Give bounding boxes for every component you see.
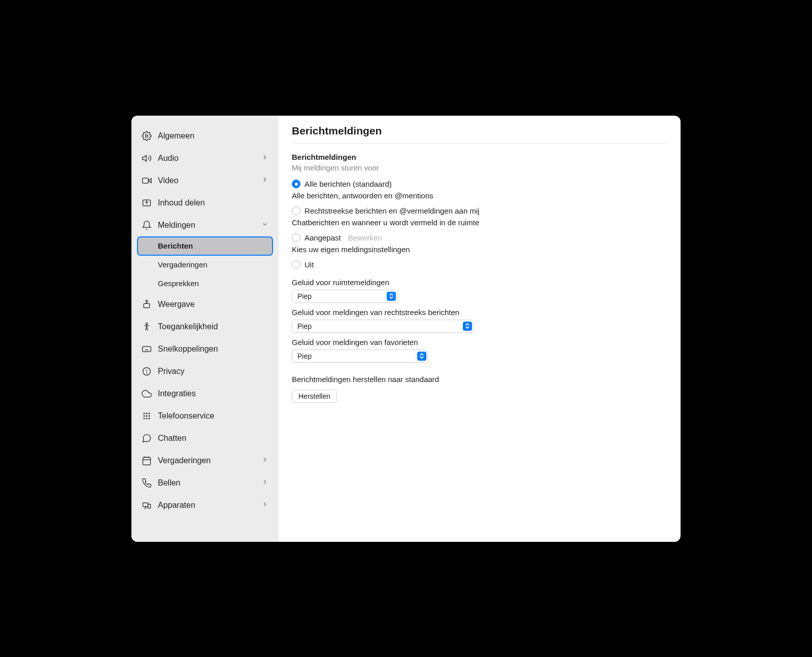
sidebar-item-label: Meldingen — [158, 221, 195, 230]
chevron-down-icon — [261, 221, 268, 230]
svg-rect-5 — [144, 303, 150, 307]
cloud-icon — [141, 388, 153, 400]
select-room-sound[interactable]: Piep — [292, 290, 397, 303]
sidebar-item-video[interactable]: Video — [138, 169, 273, 192]
svg-point-10 — [147, 372, 147, 373]
radio-option-all[interactable]: Alle berichten (standaard) — [292, 178, 667, 190]
sidebar-item-chat[interactable]: Chatten — [138, 427, 273, 449]
svg-marker-3 — [148, 178, 151, 182]
sidebar-item-share-content[interactable]: Inhoud delen — [138, 192, 273, 214]
select-value: Piep — [297, 322, 312, 330]
sidebar-item-label: Algemeen — [158, 131, 194, 141]
field-label: Geluid voor meldingen van favorieten — [292, 338, 667, 347]
sidebar-item-label: Privacy — [158, 367, 184, 376]
sidebar-subitem-label: Gesprekken — [158, 279, 199, 288]
svg-rect-25 — [148, 504, 151, 508]
sidebar-item-notifications[interactable]: Meldingen — [138, 214, 273, 236]
svg-point-11 — [144, 413, 145, 414]
sidebar-item-integrations[interactable]: Integraties — [138, 383, 273, 405]
reset-button[interactable]: Herstellen — [292, 390, 337, 403]
svg-point-16 — [149, 416, 150, 417]
sidebar-item-general[interactable]: Algemeen — [138, 125, 273, 147]
field-room-sound: Geluid voor ruimtemeldingen Piep — [292, 278, 667, 303]
svg-rect-20 — [143, 457, 151, 465]
chevron-right-icon — [261, 478, 268, 488]
chevron-right-icon — [261, 501, 268, 510]
calendar-icon — [141, 455, 153, 467]
sidebar-item-appearance[interactable]: Weergave — [138, 293, 273, 316]
svg-point-17 — [144, 418, 145, 419]
section-subheading: Mij meldingen sturen voor — [292, 163, 667, 172]
svg-point-7 — [146, 323, 147, 324]
edit-link[interactable]: Bewerken — [348, 233, 382, 242]
svg-rect-8 — [143, 347, 151, 352]
radio-option-direct[interactable]: Rechtstreekse berichten en @vermeldingen… — [292, 205, 667, 217]
radio-description: Chatberichten en wanneer u wordt vermeld… — [292, 218, 667, 227]
sidebar-subitem-label: Berichten — [158, 241, 193, 250]
section-heading: Berichtmeldingen — [292, 153, 667, 161]
select-stepper-icon — [463, 322, 472, 331]
sidebar: Algemeen Audio Video Inhoud delen Meldin… — [131, 116, 279, 542]
field-label: Geluid voor meldingen van rechtstreeks b… — [292, 308, 667, 317]
sidebar-item-devices[interactable]: Apparaten — [138, 494, 273, 516]
radio-label: Uit — [304, 260, 314, 269]
sidebar-item-label: Inhoud delen — [158, 198, 205, 208]
radio-option-custom[interactable]: Aangepast Bewerken — [292, 232, 667, 244]
sidebar-item-phone-service[interactable]: Telefoonservice — [138, 405, 273, 427]
sidebar-item-calling[interactable]: Bellen — [138, 472, 273, 494]
sidebar-subitem-label: Vergaderingen — [158, 260, 208, 269]
radio-option-off[interactable]: Uit — [292, 259, 667, 271]
chevron-right-icon — [261, 456, 268, 465]
radio-label: Aangepast — [304, 233, 341, 242]
svg-rect-2 — [143, 178, 149, 183]
svg-rect-24 — [143, 503, 148, 507]
sidebar-item-label: Telefoonservice — [158, 411, 214, 421]
chat-icon — [141, 432, 153, 444]
select-value: Piep — [297, 352, 312, 360]
video-icon — [141, 175, 153, 187]
radio-icon — [292, 233, 300, 242]
radio-description: Alle berichten, antwoorden en @mentions — [292, 191, 667, 200]
radio-icon — [292, 260, 300, 269]
bell-icon — [141, 219, 153, 231]
svg-point-19 — [149, 418, 150, 419]
field-favorites-sound: Geluid voor meldingen van favorieten Pie… — [292, 338, 667, 363]
select-stepper-icon — [387, 292, 396, 301]
gear-icon — [141, 130, 153, 142]
svg-point-18 — [146, 418, 147, 419]
sidebar-subitem-messages[interactable]: Berichten — [138, 237, 273, 255]
svg-point-13 — [149, 413, 150, 414]
sidebar-item-label: Weergave — [158, 300, 195, 309]
sidebar-item-accessibility[interactable]: Toegankelijkheid — [138, 316, 273, 338]
sidebar-subitem-calls[interactable]: Gesprekken — [138, 274, 273, 293]
radio-label: Rechtstreekse berichten en @vermeldingen… — [304, 206, 480, 215]
privacy-icon — [141, 365, 153, 377]
svg-point-12 — [146, 413, 147, 414]
select-favorites-sound[interactable]: Piep — [292, 350, 428, 363]
sidebar-item-privacy[interactable]: Privacy — [138, 360, 273, 383]
svg-point-14 — [144, 416, 145, 417]
sidebar-subitem-meetings[interactable]: Vergaderingen — [138, 256, 273, 274]
sidebar-item-shortcuts[interactable]: Snelkoppelingen — [138, 338, 273, 360]
sidebar-item-label: Video — [158, 176, 179, 185]
sidebar-item-audio[interactable]: Audio — [138, 147, 273, 169]
svg-marker-1 — [143, 155, 147, 161]
select-direct-sound[interactable]: Piep — [292, 320, 473, 333]
sidebar-item-label: Bellen — [158, 478, 180, 488]
sidebar-item-label: Integraties — [158, 389, 196, 398]
button-label: Herstellen — [298, 392, 330, 400]
chevron-right-icon — [261, 154, 268, 163]
chevron-right-icon — [261, 176, 268, 185]
devices-icon — [141, 499, 153, 511]
sidebar-item-label: Vergaderingen — [158, 456, 211, 465]
radio-description: Kies uw eigen meldingsinstellingen — [292, 245, 667, 254]
keyboard-icon — [141, 343, 153, 355]
sidebar-item-label: Apparaten — [158, 501, 195, 510]
radio-icon — [292, 180, 300, 188]
reset-heading: Berichtmeldingen herstellen naar standaa… — [292, 375, 667, 384]
field-direct-sound: Geluid voor meldingen van rechtstreeks b… — [292, 308, 667, 333]
sidebar-item-meetings[interactable]: Vergaderingen — [138, 449, 273, 472]
share-icon — [141, 197, 153, 209]
dialpad-icon — [141, 410, 153, 422]
select-value: Piep — [297, 292, 312, 300]
